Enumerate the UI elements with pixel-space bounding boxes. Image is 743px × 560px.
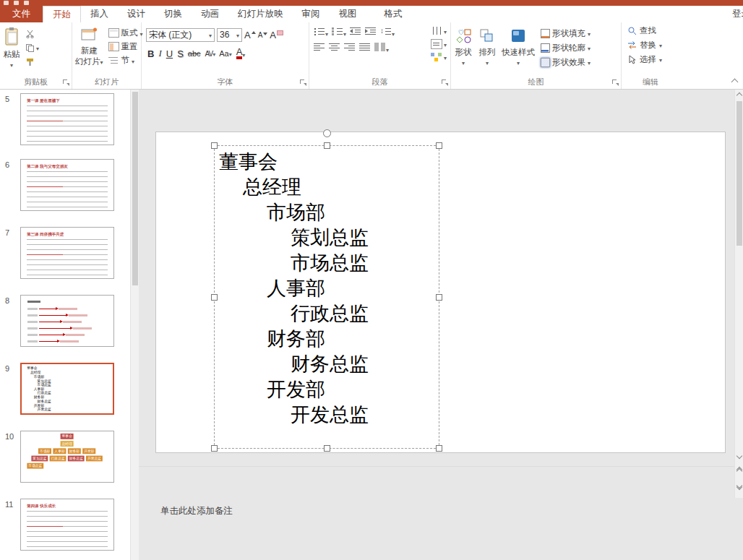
find-button[interactable]: 查找 (627, 24, 679, 37)
slide-thumbnail-11[interactable]: 11第四课 快乐成长 (0, 499, 130, 556)
strikethrough-button[interactable]: abc (188, 49, 201, 58)
justify-button[interactable] (359, 42, 371, 54)
tab-insert[interactable]: 插入 (81, 6, 118, 22)
shape-effects-button[interactable]: 形状效果 (541, 56, 590, 69)
drawing-dialog-launcher[interactable] (612, 79, 619, 86)
vertical-scrollbar[interactable] (734, 90, 743, 498)
align-left-button[interactable] (314, 42, 325, 54)
text-shadow-button[interactable]: S (177, 48, 184, 59)
clear-formatting-button[interactable]: A (270, 30, 283, 40)
cut-button[interactable] (23, 27, 41, 39)
paste-button[interactable]: 粘贴 (0, 25, 23, 73)
bullets-button[interactable] (314, 26, 328, 38)
underline-button[interactable]: U (166, 48, 173, 59)
reset-button[interactable]: 重置 (106, 40, 145, 53)
undo-icon[interactable] (14, 1, 19, 5)
resize-handle-se[interactable] (436, 445, 442, 452)
paragraph-dialog-launcher[interactable] (442, 79, 448, 86)
font-size-select[interactable]: 36 (217, 28, 242, 42)
thumbnail-canvas[interactable]: 第三课 同侪携手共进 (20, 227, 114, 279)
collapse-ribbon-button[interactable] (729, 77, 739, 86)
tab-design[interactable]: 设计 (118, 6, 155, 22)
notes-pane[interactable]: 单击此处添加备注 (139, 466, 734, 560)
sign-in-button[interactable]: 登录 (732, 6, 743, 22)
resize-handle-nw[interactable] (211, 142, 218, 149)
format-painter-button[interactable] (23, 56, 41, 68)
font-dialog-launcher[interactable] (300, 79, 306, 86)
thumbnail-canvas[interactable]: 第一课 爱在屋檐下 (20, 93, 114, 145)
decrease-font-size-button[interactable]: A (258, 31, 268, 39)
tab-review[interactable]: 审阅 (293, 6, 330, 22)
slide-thumbnail-7[interactable]: 7第三课 同侪携手共进 (0, 227, 130, 285)
align-center-button[interactable] (329, 42, 340, 54)
tab-format[interactable]: 格式 (375, 6, 412, 22)
slide-canvas[interactable]: 董事会总经理市场部策划总监市场总监人事部行政总监财务部财务总监开发部开发总监 (155, 132, 726, 453)
decrease-indent-button[interactable] (350, 26, 361, 38)
tab-home[interactable]: 开始 (43, 6, 81, 22)
shape-fill-button[interactable]: 形状填充 (541, 27, 590, 40)
thumbnail-list[interactable]: 5第一课 爱在屋檐下6第二课 我与父母交朋友7第三课 同侪携手共进89董事会总经… (0, 90, 130, 560)
resize-handle-sw[interactable] (211, 445, 218, 452)
tab-slideshow[interactable]: 幻灯片放映 (228, 6, 293, 22)
font-color-button[interactable]: A (236, 48, 246, 59)
selected-textbox[interactable]: 董事会总经理市场部策划总监市场总监人事部行政总监财务部财务总监开发部开发总监 (214, 145, 439, 449)
arrange-button[interactable]: 排列 (476, 25, 499, 66)
font-name-select[interactable]: 宋体 (正文) (146, 28, 215, 42)
numbering-button[interactable] (332, 26, 346, 38)
new-slide-button[interactable]: 新建 幻灯片 (72, 25, 106, 73)
bold-button[interactable]: B (147, 48, 154, 59)
thumbnail-canvas[interactable]: 第四课 快乐成长 (20, 499, 114, 551)
text-direction-button[interactable] (431, 25, 447, 37)
resize-handle-ne[interactable] (436, 142, 442, 149)
shapes-button[interactable]: 形状 (451, 25, 476, 66)
copy-button[interactable] (23, 42, 41, 53)
thumbnail-canvas[interactable]: 第二课 我与父母交朋友 (20, 159, 114, 211)
quick-styles-button[interactable]: 快速样式 (499, 25, 538, 66)
previous-slide-button[interactable] (735, 465, 743, 475)
thumbnail-canvas[interactable]: 董事会总经理市场部人事部财务部开发部策划总监行政总监财务总监开发总监市场总监 (20, 431, 114, 483)
thumbnail-canvas[interactable] (20, 295, 114, 347)
columns-button[interactable] (374, 42, 389, 54)
slide-thumbnail-8[interactable]: 8 (0, 295, 130, 353)
tab-file[interactable]: 文件 (0, 6, 43, 22)
resize-handle-w[interactable] (211, 294, 218, 301)
section-button[interactable]: 节 (106, 54, 145, 66)
change-case-button[interactable]: Aa (219, 49, 231, 58)
align-right-button[interactable] (344, 42, 356, 54)
convert-to-smartart-button[interactable] (431, 51, 447, 63)
rotate-handle[interactable] (323, 129, 331, 137)
thumbnail-canvas[interactable]: 董事会总经理市场部策划总监市场总监人事部行政总监财务部财务总监开发部开发总监 (20, 363, 114, 415)
layout-button[interactable]: 版式 (106, 27, 145, 39)
italic-button[interactable]: I (158, 48, 161, 59)
character-spacing-button[interactable]: AV (205, 50, 215, 58)
slide-thumbnail-5[interactable]: 5第一课 爱在屋檐下 (0, 93, 130, 151)
org-box: 总经理 (61, 441, 74, 447)
thumbnail-scrollbar-thumb[interactable] (132, 92, 138, 285)
increase-indent-button[interactable] (365, 26, 377, 38)
slide-thumbnail-9[interactable]: 9董事会总经理市场部策划总监市场总监人事部行政总监财务部财务总监开发部开发总监 (0, 363, 130, 421)
shape-outline-button[interactable]: 形状轮廓 (541, 41, 590, 54)
clipboard-dialog-launcher[interactable] (63, 79, 69, 86)
tab-animations[interactable]: 动画 (192, 6, 228, 22)
slide-editor-area[interactable]: 董事会总经理市场部策划总监市场总监人事部行政总监财务部财务总监开发部开发总监 单… (139, 90, 734, 560)
line-spacing-button[interactable] (380, 26, 395, 38)
next-slide-button[interactable] (735, 481, 743, 491)
quick-access-toolbar[interactable] (4, 1, 29, 5)
select-button[interactable]: 选择 (627, 53, 679, 66)
resize-handle-n[interactable] (324, 142, 330, 149)
increase-font-size-button[interactable]: A (244, 30, 256, 40)
tab-transitions[interactable]: 切换 (155, 6, 192, 22)
replace-button[interactable]: 替换 (627, 38, 679, 51)
scroll-up-button[interactable] (735, 90, 743, 100)
slide-thumbnail-10[interactable]: 10董事会总经理市场部人事部财务部开发部策划总监行政总监财务总监开发总监市场总监 (0, 431, 130, 488)
save-icon[interactable] (4, 1, 9, 5)
align-text-button[interactable] (431, 38, 447, 50)
resize-handle-s[interactable] (324, 445, 330, 452)
scroll-down-button[interactable] (735, 451, 743, 461)
tab-view[interactable]: 视图 (330, 6, 366, 22)
redo-icon[interactable] (24, 1, 29, 5)
resize-handle-e[interactable] (436, 294, 442, 301)
slide-thumbnail-6[interactable]: 6第二课 我与父母交朋友 (0, 159, 130, 217)
thumbnail-scrollbar[interactable] (130, 90, 139, 560)
vertical-scrollbar-thumb[interactable] (736, 101, 742, 246)
